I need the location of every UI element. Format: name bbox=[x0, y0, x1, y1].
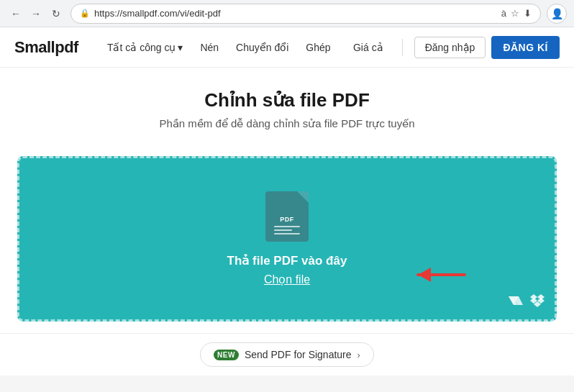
cloud-icons bbox=[509, 293, 545, 311]
signup-button[interactable]: ĐĂNG KÍ bbox=[491, 36, 560, 59]
pdf-icon-label: PDF bbox=[280, 216, 294, 223]
back-button[interactable]: ← bbox=[7, 5, 24, 22]
bottom-bar: NEW Send PDF for Signature › bbox=[0, 333, 574, 375]
nav-price[interactable]: Giá cả bbox=[346, 37, 391, 58]
pdf-icon-lines bbox=[274, 226, 300, 234]
page-title: Chỉnh sửa file PDF bbox=[14, 89, 560, 111]
nav-links: Tất cả công cụ ▾ Nén Chuyển đổi Ghép bbox=[100, 37, 346, 58]
profile-icon: 👤 bbox=[551, 8, 563, 19]
nav-all-tools[interactable]: Tất cả công cụ ▾ bbox=[100, 37, 190, 58]
arrow-container bbox=[411, 262, 468, 291]
browser-chrome: ← → ↻ 🔒 https://smallpdf.com/vi/edit-pdf… bbox=[0, 0, 574, 27]
navbar: Smallpdf Tất cả công cụ ▾ Nén Chuyển đổi… bbox=[0, 27, 574, 68]
browser-nav-buttons: ← → ↻ bbox=[7, 5, 65, 22]
lock-icon: 🔒 bbox=[80, 9, 90, 18]
url-text: https://smallpdf.com/vi/edit-pdf bbox=[94, 8, 497, 19]
pdf-icon-body: PDF bbox=[265, 191, 309, 242]
nav-right: Giá cả Đăng nhập ĐĂNG KÍ bbox=[346, 36, 560, 59]
login-button[interactable]: Đăng nhập bbox=[414, 37, 486, 58]
chevron-right-icon: › bbox=[357, 350, 360, 360]
nav-convert[interactable]: Chuyển đổi bbox=[229, 37, 296, 58]
address-bar[interactable]: 🔒 https://smallpdf.com/vi/edit-pdf à ☆ ⬇ bbox=[70, 4, 541, 24]
drop-text: Thả file PDF vào đây bbox=[227, 253, 347, 268]
translate-icon: à bbox=[501, 8, 506, 19]
forward-button[interactable]: → bbox=[27, 5, 45, 22]
hero-section: Chỉnh sửa file PDF Phần mềm để dễ dàng c… bbox=[0, 68, 574, 145]
address-bar-icons: à ☆ ⬇ bbox=[501, 8, 532, 19]
pdf-icon-fold-inner bbox=[298, 191, 309, 202]
new-badge: NEW bbox=[214, 350, 239, 360]
dropbox-button[interactable] bbox=[530, 293, 545, 311]
download-icon: ⬇ bbox=[524, 8, 532, 19]
pdf-icon-container: PDF bbox=[265, 191, 309, 242]
reload-button[interactable]: ↻ bbox=[47, 5, 65, 22]
google-drive-button[interactable] bbox=[509, 293, 523, 310]
page-subtitle: Phần mềm để dễ dàng chỉnh sửa file PDF t… bbox=[14, 117, 560, 130]
dropdown-icon: ▾ bbox=[178, 42, 183, 53]
drop-zone[interactable]: PDF Thả file PDF vào đây Chọn file bbox=[17, 156, 557, 322]
red-arrow-svg bbox=[411, 262, 468, 288]
pdf-line-3 bbox=[274, 233, 300, 234]
nav-separator bbox=[402, 39, 403, 56]
svg-marker-1 bbox=[418, 268, 431, 282]
pdf-icon: PDF bbox=[265, 191, 309, 242]
pdf-line-1 bbox=[274, 226, 300, 227]
bookmark-icon: ☆ bbox=[511, 8, 519, 19]
send-signature-button[interactable]: NEW Send PDF for Signature › bbox=[200, 342, 374, 367]
profile-button[interactable]: 👤 bbox=[547, 4, 567, 24]
page-content: Smallpdf Tất cả công cụ ▾ Nén Chuyển đổi… bbox=[0, 27, 574, 375]
choose-file-link[interactable]: Chọn file bbox=[264, 273, 310, 286]
send-signature-label: Send PDF for Signature bbox=[245, 349, 352, 360]
pdf-line-2 bbox=[274, 229, 292, 231]
nav-merge[interactable]: Ghép bbox=[299, 37, 337, 58]
drop-zone-wrapper: PDF Thả file PDF vào đây Chọn file bbox=[0, 145, 574, 333]
logo[interactable]: Smallpdf bbox=[14, 38, 78, 57]
nav-compress[interactable]: Nén bbox=[193, 37, 226, 58]
